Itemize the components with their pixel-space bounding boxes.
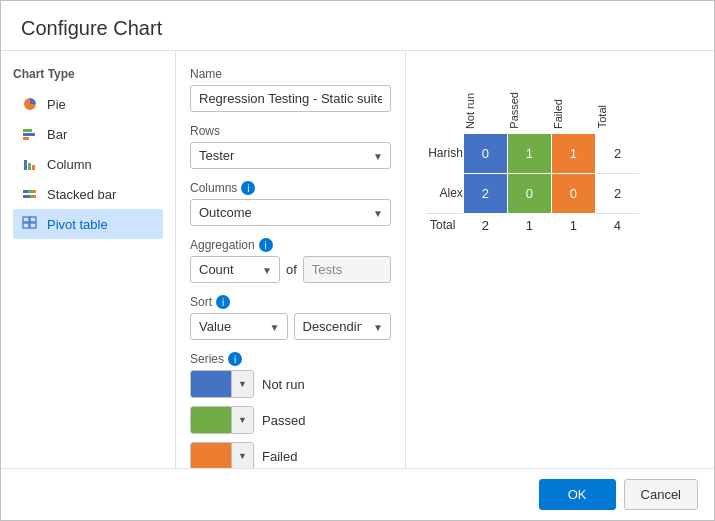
alex-not-run: 2 [463, 173, 507, 213]
not-run-dropdown-arrow[interactable]: ▼ [231, 371, 253, 397]
not-run-label: Not run [262, 377, 305, 392]
chart-type-stacked-bar[interactable]: Stacked bar [13, 179, 163, 209]
column-label: Column [47, 157, 92, 172]
series-passed-btn[interactable]: ▼ [190, 406, 254, 434]
empty-header [426, 88, 463, 134]
pivot-table-icon [21, 215, 39, 233]
sort-field-select[interactable]: Value [190, 313, 288, 340]
svg-rect-6 [23, 190, 28, 193]
alex-passed: 0 [507, 173, 551, 213]
chart-type-column[interactable]: Column [13, 149, 163, 179]
col-header-not-run: Not run [463, 88, 507, 134]
aggregation-label: Aggregation [190, 238, 255, 252]
svg-rect-0 [23, 129, 32, 132]
table-row-harish: Harish 0 1 1 2 [426, 133, 639, 173]
harish-total: 2 [595, 133, 639, 173]
cancel-button[interactable]: Cancel [624, 479, 698, 510]
failed-dropdown-arrow[interactable]: ▼ [231, 443, 253, 468]
aggregation-info-icon[interactable]: i [259, 238, 273, 252]
rows-select[interactable]: Tester [190, 142, 391, 169]
aggregation-field: Tests [303, 256, 391, 283]
svg-rect-13 [30, 217, 36, 222]
chart-type-bar[interactable]: Bar [13, 119, 163, 149]
not-run-swatch [191, 371, 231, 397]
harish-passed: 1 [507, 133, 551, 173]
svg-rect-3 [24, 160, 27, 170]
name-label: Name [190, 67, 391, 81]
sort-row: Value ▼ Descending ▼ [190, 313, 391, 340]
pie-label: Pie [47, 97, 66, 112]
harish-failed: 1 [551, 133, 595, 173]
chart-type-pivot-table[interactable]: Pivot table [13, 209, 163, 239]
sort-info-icon[interactable]: i [216, 295, 230, 309]
stacked-bar-label: Stacked bar [47, 187, 116, 202]
series-failed-row: ▼ Failed [190, 442, 391, 468]
dialog-body: Chart Type Pie [1, 51, 714, 468]
series-label: Series [190, 352, 224, 366]
bar-label: Bar [47, 127, 67, 142]
column-chart-icon [21, 155, 39, 173]
aggregation-select-wrapper: Count ▼ [190, 256, 280, 283]
rows-select-wrapper: Tester ▼ [190, 142, 391, 169]
svg-rect-9 [23, 195, 30, 198]
series-not-run-btn[interactable]: ▼ [190, 370, 254, 398]
series-not-run-row: ▼ Not run [190, 370, 391, 398]
series-info-icon[interactable]: i [228, 352, 242, 366]
columns-group: Columns i Outcome ▼ [190, 181, 391, 226]
chart-type-pie[interactable]: Pie [13, 89, 163, 119]
aggregation-label-row: Aggregation i [190, 238, 391, 252]
harish-not-run: 0 [463, 133, 507, 173]
svg-rect-12 [23, 217, 29, 222]
rows-label: Rows [190, 124, 391, 138]
total-label: Total [426, 213, 463, 237]
name-input[interactable] [190, 85, 391, 112]
failed-label: Failed [262, 449, 297, 464]
sort-order-wrapper: Descending ▼ [294, 313, 392, 340]
total-passed: 1 [507, 213, 551, 237]
table-row-alex: Alex 2 0 0 2 [426, 173, 639, 213]
col-header-total: Total [595, 88, 639, 134]
svg-rect-8 [33, 190, 36, 193]
settings-panel: Name Rows Tester ▼ Columns i [176, 51, 406, 468]
pivot-table-label: Pivot table [47, 217, 108, 232]
sort-order-select[interactable]: Descending [294, 313, 392, 340]
chart-preview-panel: Not run Passed Failed Total [406, 51, 714, 468]
columns-info-icon[interactable]: i [241, 181, 255, 195]
passed-label: Passed [262, 413, 305, 428]
dialog-footer: OK Cancel [1, 468, 714, 520]
of-label: of [286, 262, 297, 277]
series-group: Series i ▼ Not run ▼ [190, 352, 391, 468]
aggregation-select[interactable]: Count [190, 256, 280, 283]
columns-select-wrapper: Outcome ▼ [190, 199, 391, 226]
columns-select[interactable]: Outcome [190, 199, 391, 226]
passed-swatch [191, 407, 231, 433]
sort-group: Sort i Value ▼ Descending ▼ [190, 295, 391, 340]
name-group: Name [190, 67, 391, 112]
aggregation-group: Aggregation i Count ▼ of Tests [190, 238, 391, 283]
pivot-table: Not run Passed Failed Total [426, 87, 640, 237]
alex-failed: 0 [551, 173, 595, 213]
svg-rect-5 [32, 165, 35, 170]
series-label-row: Series i [190, 352, 391, 366]
stacked-bar-icon [21, 185, 39, 203]
table-row-total: Total 2 1 1 4 [426, 213, 639, 237]
chart-type-label: Chart Type [13, 67, 163, 81]
col-header-row: Not run Passed Failed Total [426, 88, 639, 134]
dialog-title: Configure Chart [21, 17, 694, 40]
passed-dropdown-arrow[interactable]: ▼ [231, 407, 253, 433]
configure-chart-dialog: Configure Chart Chart Type Pie [0, 0, 715, 521]
failed-swatch [191, 443, 231, 468]
svg-rect-11 [34, 195, 36, 198]
svg-rect-15 [30, 223, 36, 228]
col-header-passed: Passed [507, 88, 551, 134]
bar-chart-icon [21, 125, 39, 143]
total-total: 4 [595, 213, 639, 237]
dialog-header: Configure Chart [1, 1, 714, 51]
series-passed-row: ▼ Passed [190, 406, 391, 434]
pie-chart-icon [21, 95, 39, 113]
alex-total: 2 [595, 173, 639, 213]
svg-rect-7 [28, 190, 33, 193]
ok-button[interactable]: OK [539, 479, 616, 510]
series-failed-btn[interactable]: ▼ [190, 442, 254, 468]
sort-label: Sort [190, 295, 212, 309]
